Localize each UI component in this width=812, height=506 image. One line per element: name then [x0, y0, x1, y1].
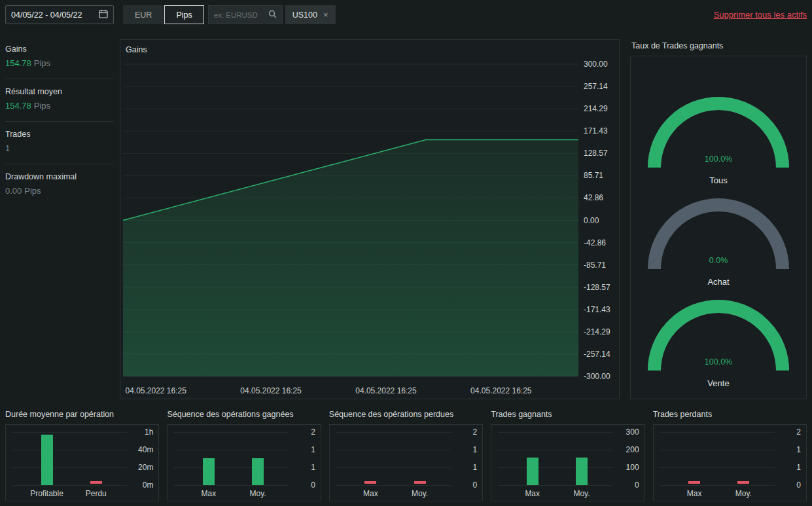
topbar: 04/05/22 - 04/05/22 EUR Pips	[5, 5, 807, 24]
category-label: Perdu	[69, 488, 124, 499]
gains-chart-panel: Gains 300.00257.14214.29171.43128.5785.7…	[120, 39, 620, 399]
mini-chart-title: Trades perdants	[653, 409, 807, 420]
asset-search[interactable]	[208, 5, 283, 24]
date-range-input[interactable]: 04/05/22 - 04/05/22	[5, 5, 114, 24]
gauge-percent: 100.0%	[646, 154, 790, 164]
content-row: Gains 154.78Pips Résultat moyen 154.78Pi…	[5, 39, 807, 399]
gauge-label: Tous	[646, 175, 790, 186]
gauge-vente: 100.0% Vente	[646, 298, 790, 389]
y-tick-label: 40m	[128, 444, 153, 455]
category-label: Max	[667, 488, 722, 499]
avg-duration-chart: 1h40m20m0mProfitablePerdu	[5, 424, 159, 501]
gridline	[498, 467, 612, 468]
gridline	[336, 450, 451, 450]
category-label: Max	[181, 488, 236, 499]
y-tick-label: 0.00	[584, 215, 599, 226]
category-label: Moy.	[230, 488, 285, 499]
y-tick-label: 100	[614, 462, 639, 473]
y-tick-label: 300.00	[584, 59, 608, 69]
y-tick-label: 0	[614, 480, 639, 490]
y-tick-label: 1	[776, 462, 801, 473]
bar-moy	[737, 481, 749, 484]
gridline	[174, 485, 289, 486]
y-tick-label: 20m	[128, 462, 153, 473]
x-tick-label: 04.05.2022 16:25	[240, 386, 301, 395]
category-label: Profitable	[20, 488, 75, 499]
stat-value: 154.78Pips	[5, 101, 113, 111]
win-rate-gauges: 100.0% Tous 0.0% Achat 100.0% Vente	[630, 56, 807, 399]
y-tick-label: -257.14	[584, 349, 610, 359]
gridline	[660, 432, 775, 433]
gauge-tous: 100.0% Tous	[646, 96, 790, 186]
y-tick-label: 1	[776, 444, 801, 455]
bar-max	[203, 458, 215, 485]
mini-chart-avg-duration: Durée moyenne par opération 1h40m20m0mPr…	[5, 409, 159, 501]
currency-button-eur[interactable]: EUR	[123, 5, 164, 24]
category-label: Moy.	[393, 488, 448, 499]
x-axis-spacer	[578, 383, 619, 399]
gridline	[12, 450, 127, 450]
unit-button-pips[interactable]: Pips	[164, 5, 203, 24]
category-label: Max	[505, 488, 560, 499]
category-label: Moy.	[716, 488, 771, 499]
y-tick-label: 0	[291, 480, 315, 490]
search-input[interactable]	[214, 11, 268, 19]
stats-sidebar: Gains 154.78Pips Résultat moyen 154.78Pi…	[5, 39, 113, 399]
y-tick-label: 214.29	[584, 103, 608, 114]
gains-area-chart[interactable]	[123, 58, 578, 383]
bar-perdu	[90, 481, 102, 484]
win-streak-chart: 2110MaxMoy.	[167, 424, 321, 501]
y-tick-label: -214.29	[584, 327, 610, 337]
trading-dashboard: 04/05/22 - 04/05/22 EUR Pips	[0, 0, 812, 506]
mini-chart-title: Durée moyenne par opération	[5, 409, 159, 420]
gains-y-axis: 300.00257.14214.29171.43128.5785.7142.86…	[578, 58, 619, 383]
y-tick-label: 1	[291, 444, 315, 455]
asset-tag-us100[interactable]: US100 ×	[285, 5, 336, 24]
gridline	[660, 485, 775, 486]
y-tick-label: 1	[452, 462, 477, 473]
y-tick-label: 1	[291, 462, 315, 473]
stat-gains: Gains 154.78Pips	[5, 39, 113, 79]
stat-average-result: Résultat moyen 154.78Pips	[5, 82, 113, 122]
y-tick-label: -85.71	[584, 260, 606, 270]
bar-moy	[252, 458, 264, 485]
stat-max-drawdown: Drawdown maximal 0.00Pips	[5, 167, 113, 206]
gridline	[12, 432, 127, 433]
gridline	[660, 450, 775, 450]
gridline	[12, 485, 127, 486]
x-tick-label: 04.05.2022 16:25	[470, 386, 531, 395]
gridline	[174, 432, 289, 433]
gridline	[336, 467, 451, 468]
gauge-label: Achat	[646, 277, 790, 287]
gridline	[498, 450, 612, 450]
bar-max	[364, 481, 376, 484]
y-tick-label: 171.43	[584, 126, 608, 136]
clear-all-assets-link[interactable]: Supprimer tous les actifs	[714, 10, 807, 20]
y-tick-label: -171.43	[584, 304, 610, 315]
y-tick-label: 42.86	[584, 192, 603, 203]
stat-label: Gains	[5, 45, 113, 54]
y-tick-label: 0m	[128, 480, 153, 490]
x-tick-label: 04.05.2022 16:25	[355, 386, 416, 395]
winning-trades-chart: 3002001000MaxMoy.	[491, 424, 644, 501]
gridline	[498, 432, 612, 433]
mini-chart-losing-trades: Trades perdants 2110MaxMoy.	[653, 409, 807, 501]
y-tick-label: 1	[452, 444, 477, 455]
gauge-label: Vente	[646, 378, 790, 389]
bar-max	[527, 458, 538, 485]
mini-chart-win-streak: Séquence des opérations gagnées 2110MaxM…	[167, 409, 321, 501]
gridline	[660, 467, 775, 468]
gridline	[336, 485, 451, 486]
gridline	[174, 450, 289, 450]
y-tick-label: 85.71	[584, 170, 603, 181]
gains-chart-body: 300.00257.14214.29171.43128.5785.7142.86…	[123, 58, 619, 383]
mini-chart-title: Séquence des opérations perdues	[329, 409, 483, 420]
gauge-percent: 0.0%	[646, 256, 790, 265]
calendar-icon[interactable]	[99, 9, 108, 20]
win-rate-title: Taux de Trades gagnants	[630, 39, 807, 54]
stat-label: Résultat moyen	[5, 87, 113, 96]
remove-asset-icon[interactable]: ×	[323, 10, 328, 20]
stat-value: 154.78Pips	[5, 58, 113, 68]
gains-x-axis-row: 04.05.2022 16:2504.05.2022 16:2504.05.20…	[123, 383, 619, 399]
y-tick-label: 0	[452, 480, 477, 490]
